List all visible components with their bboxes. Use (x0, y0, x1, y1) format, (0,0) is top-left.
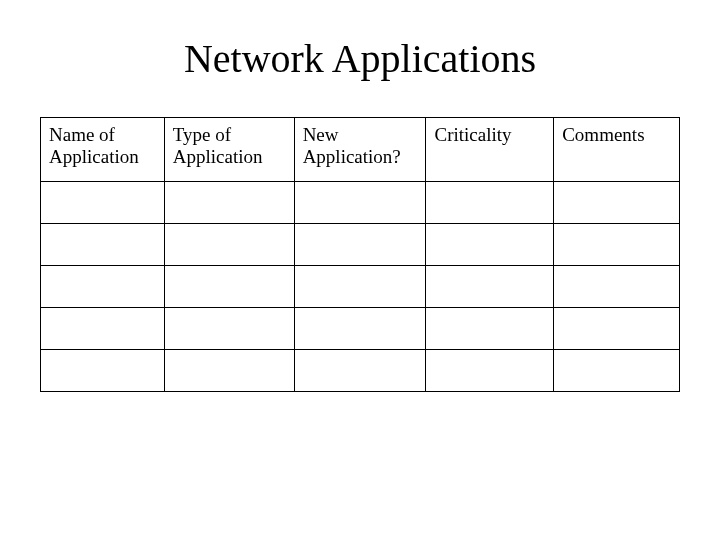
cell (164, 350, 294, 392)
header-name: Name of Application (41, 118, 165, 182)
cell (554, 350, 680, 392)
cell (164, 308, 294, 350)
cell (41, 182, 165, 224)
cell (426, 182, 554, 224)
cell (554, 224, 680, 266)
table-row (41, 224, 680, 266)
table-row (41, 182, 680, 224)
table-row (41, 266, 680, 308)
cell (41, 308, 165, 350)
cell (41, 224, 165, 266)
header-new: New Application? (294, 118, 426, 182)
cell (294, 350, 426, 392)
cell (164, 224, 294, 266)
table-row (41, 350, 680, 392)
cell (294, 224, 426, 266)
cell (41, 266, 165, 308)
cell (294, 182, 426, 224)
cell (294, 266, 426, 308)
cell (554, 182, 680, 224)
page-title: Network Applications (40, 35, 680, 82)
header-comments: Comments (554, 118, 680, 182)
applications-table: Name of Application Type of Application … (40, 117, 680, 392)
table-header-row: Name of Application Type of Application … (41, 118, 680, 182)
header-criticality: Criticality (426, 118, 554, 182)
header-type: Type of Application (164, 118, 294, 182)
cell (426, 308, 554, 350)
table-row (41, 308, 680, 350)
cell (554, 266, 680, 308)
cell (164, 266, 294, 308)
cell (164, 182, 294, 224)
cell (426, 350, 554, 392)
cell (554, 308, 680, 350)
cell (426, 266, 554, 308)
slide-container: Network Applications Name of Application… (0, 0, 720, 540)
cell (41, 350, 165, 392)
cell (426, 224, 554, 266)
cell (294, 308, 426, 350)
